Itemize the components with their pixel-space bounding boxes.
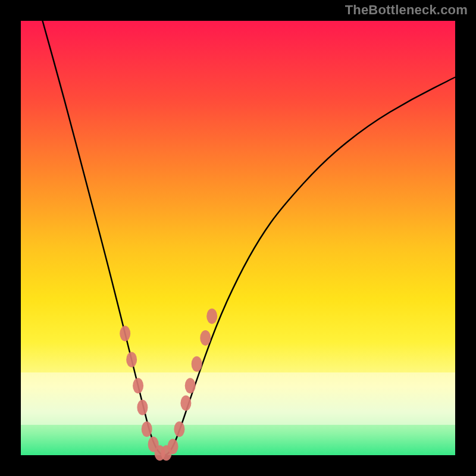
highlight-point bbox=[168, 439, 178, 454]
highlight-point bbox=[133, 378, 143, 393]
highlight-point bbox=[120, 326, 130, 342]
plot-area bbox=[21, 21, 455, 455]
highlight-point bbox=[206, 308, 217, 324]
highlight-point bbox=[126, 352, 137, 367]
highlight-point bbox=[174, 421, 184, 437]
highlight-point bbox=[180, 395, 191, 411]
highlight-point bbox=[185, 378, 196, 393]
highlight-point bbox=[137, 400, 148, 415]
highlight-points bbox=[120, 308, 217, 461]
bottleneck-curve bbox=[43, 21, 456, 455]
highlight-point bbox=[142, 421, 152, 437]
watermark-text: TheBottleneck.com bbox=[345, 2, 468, 18]
highlight-point bbox=[192, 356, 202, 372]
highlight-point bbox=[200, 330, 211, 346]
curve-svg bbox=[21, 21, 455, 455]
chart-frame: TheBottleneck.com bbox=[0, 0, 476, 476]
